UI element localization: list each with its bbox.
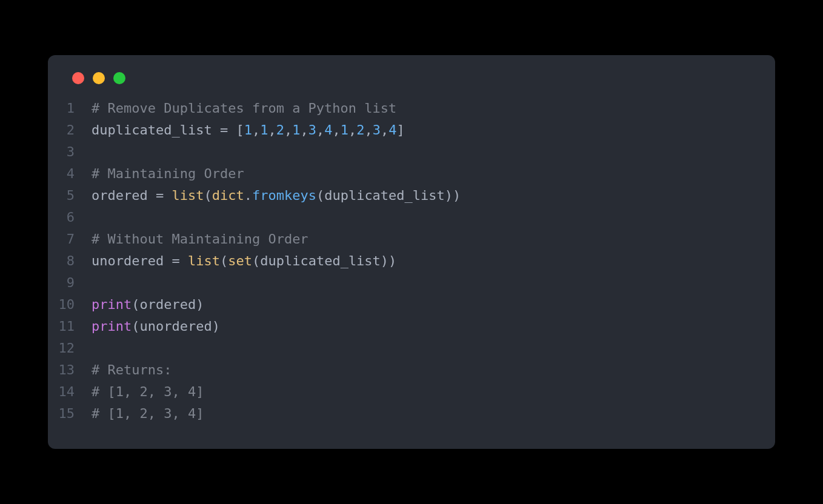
code-token: # Returns:	[92, 362, 172, 377]
code-editor[interactable]: 1# Remove Duplicates from a Python list2…	[48, 98, 775, 425]
code-token: 1	[244, 122, 252, 138]
code-token: 1	[341, 122, 348, 138]
code-token: ,	[316, 122, 324, 138]
code-token: =	[156, 188, 164, 203]
code-token: print	[92, 319, 132, 334]
line-content[interactable]: # Maintaining Order	[92, 163, 244, 185]
code-token: print	[92, 297, 132, 312]
code-line: 2duplicated_list = [1,1,2,1,3,4,1,2,3,4]	[48, 119, 751, 141]
code-token: (ordered)	[132, 297, 204, 312]
code-token: 4	[388, 122, 396, 138]
code-line: 4# Maintaining Order	[48, 163, 751, 185]
code-token: ,	[252, 122, 260, 138]
code-token: duplicated_list	[92, 122, 220, 138]
code-token: (	[204, 188, 212, 203]
line-content[interactable]: print(unordered)	[92, 316, 220, 337]
line-number: 3	[48, 141, 92, 163]
line-number: 9	[48, 272, 92, 294]
line-content[interactable]: # [1, 2, 3, 4]	[92, 403, 204, 425]
code-token: 3	[373, 122, 381, 138]
line-number: 4	[48, 163, 92, 185]
code-token: 4	[324, 122, 332, 138]
code-line: 11print(unordered)	[48, 316, 751, 337]
code-token: dict	[212, 188, 244, 203]
code-token: 3	[308, 122, 316, 138]
code-token: .	[244, 188, 252, 203]
line-content[interactable]: duplicated_list = [1,1,2,1,3,4,1,2,3,4]	[92, 119, 405, 141]
code-line: 15# [1, 2, 3, 4]	[48, 403, 751, 425]
code-token: 2	[276, 122, 284, 138]
code-token: list	[188, 253, 220, 268]
code-token: [	[228, 122, 244, 138]
code-token: ,	[284, 122, 292, 138]
window-titlebar	[48, 72, 775, 98]
line-content[interactable]: unordered = list(set(duplicated_list))	[92, 250, 396, 272]
code-token: ,	[348, 122, 356, 138]
line-number: 1	[48, 98, 92, 119]
line-number: 11	[48, 316, 92, 337]
code-line: 13# Returns:	[48, 359, 751, 381]
code-token: # Maintaining Order	[92, 166, 244, 181]
close-icon[interactable]	[72, 72, 84, 84]
line-content[interactable]: # Remove Duplicates from a Python list	[92, 98, 396, 119]
line-number: 7	[48, 228, 92, 250]
code-token: 2	[356, 122, 364, 138]
code-window: 1# Remove Duplicates from a Python list2…	[48, 55, 775, 449]
code-token: ordered	[92, 188, 156, 203]
code-token: ,	[300, 122, 308, 138]
code-token: # [1, 2, 3, 4]	[92, 384, 204, 399]
code-token: (duplicated_list))	[252, 253, 396, 268]
code-token: ,	[381, 122, 388, 138]
code-token: list	[172, 188, 204, 203]
code-line: 7# Without Maintaining Order	[48, 228, 751, 250]
line-number: 10	[48, 294, 92, 316]
code-token: unordered	[92, 253, 172, 268]
code-token: fromkeys	[252, 188, 316, 203]
code-token: ,	[364, 122, 372, 138]
code-line: 12	[48, 337, 751, 359]
line-content[interactable]: print(ordered)	[92, 294, 204, 316]
line-number: 14	[48, 381, 92, 403]
code-line: 9	[48, 272, 751, 294]
code-token: # Remove Duplicates from a Python list	[92, 101, 396, 116]
code-line: 3	[48, 141, 751, 163]
code-token: set	[228, 253, 252, 268]
maximize-icon[interactable]	[113, 72, 125, 84]
code-line: 5ordered = list(dict.fromkeys(duplicated…	[48, 185, 751, 207]
line-number: 2	[48, 119, 92, 141]
code-token	[164, 188, 172, 203]
code-line: 8unordered = list(set(duplicated_list))	[48, 250, 751, 272]
code-line: 10print(ordered)	[48, 294, 751, 316]
code-line: 14# [1, 2, 3, 4]	[48, 381, 751, 403]
code-token: =	[172, 253, 179, 268]
code-token: 1	[292, 122, 300, 138]
code-token: # Without Maintaining Order	[92, 231, 308, 247]
line-number: 13	[48, 359, 92, 381]
line-content[interactable]: ordered = list(dict.fromkeys(duplicated_…	[92, 185, 461, 207]
code-token: ,	[332, 122, 340, 138]
code-token: (unordered)	[132, 319, 220, 334]
code-token: =	[220, 122, 228, 138]
code-token: 1	[260, 122, 268, 138]
line-content[interactable]: # Returns:	[92, 359, 172, 381]
code-token: (	[220, 253, 228, 268]
minimize-icon[interactable]	[93, 72, 105, 84]
code-line: 6	[48, 207, 751, 228]
code-token: # [1, 2, 3, 4]	[92, 406, 204, 421]
line-number: 5	[48, 185, 92, 207]
line-number: 6	[48, 207, 92, 228]
line-content[interactable]: # Without Maintaining Order	[92, 228, 308, 250]
line-number: 15	[48, 403, 92, 425]
code-line: 1# Remove Duplicates from a Python list	[48, 98, 751, 119]
line-number: 12	[48, 337, 92, 359]
code-token	[180, 253, 188, 268]
code-token: ]	[396, 122, 404, 138]
line-content[interactable]: # [1, 2, 3, 4]	[92, 381, 204, 403]
code-token: (duplicated_list))	[316, 188, 461, 203]
code-token: ,	[268, 122, 276, 138]
line-number: 8	[48, 250, 92, 272]
